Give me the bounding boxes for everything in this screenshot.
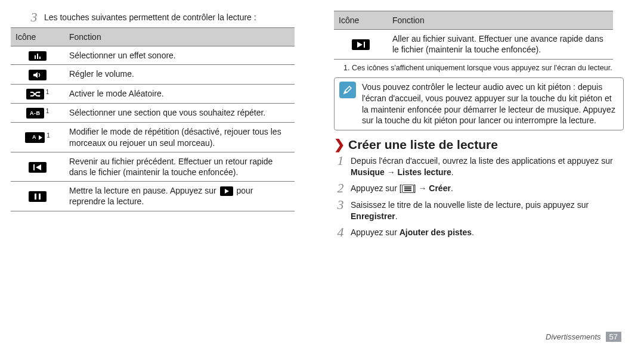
footnote-ref: 1 <box>46 89 49 95</box>
step2-bold: Créer <box>429 183 451 193</box>
controls-table-left-wrap: Icône Fonction Sélectionner un effet son… <box>27 27 317 211</box>
info-box: Vous pouvez contrôler le lecteur audio a… <box>334 77 624 131</box>
shuffle-icon <box>26 89 44 99</box>
svg-rect-13 <box>364 42 365 48</box>
step2-text-b: ] → <box>414 183 429 193</box>
table-header-function: Fonction <box>388 11 613 30</box>
step1-bold-1: Musique <box>351 167 385 177</box>
volume-icon <box>29 70 47 80</box>
step-number: 1 <box>334 154 347 167</box>
step3-bold: Enregistrer <box>351 211 395 221</box>
step4-bold: Ajouter des pistes <box>400 228 472 237</box>
step-text: Les touches suivantes permettent de cont… <box>44 11 317 23</box>
step-number: 3 <box>27 11 41 24</box>
table-row: Revenir au fichier précédent. Effectuer … <box>11 152 295 181</box>
footnote-ref: 1 <box>47 132 50 139</box>
svg-marker-8 <box>36 164 41 170</box>
footnote-ref: 1 <box>46 108 49 114</box>
footnote-text: 1. Ces icônes s'affichent uniquement lor… <box>343 63 624 73</box>
step-3: 3 Saisissez le titre de la nouvelle list… <box>334 198 624 222</box>
table-func: Sélectionner un effet sonore. <box>64 46 295 65</box>
controls-table-left: Icône Fonction Sélectionner un effet son… <box>11 27 295 211</box>
pause-text-a: Mettre la lecture en pause. Appuyez sur <box>69 186 219 195</box>
step1-bold-2: Listes lecture <box>398 167 451 177</box>
manual-page: 3 Les touches suivantes permettent de co… <box>0 0 644 349</box>
repeat-label: A <box>32 134 36 141</box>
svg-rect-2 <box>39 57 41 59</box>
table-func: Aller au fichier suivant. Effectuer une … <box>388 30 613 59</box>
step-3-intro: 3 Les touches suivantes permettent de co… <box>27 11 317 24</box>
table-row: 1 Activer le mode Aléatoire. <box>11 84 295 103</box>
table-row: A-B1 Sélectionner une section que vous s… <box>11 104 295 123</box>
footer-section: Divertissements <box>546 332 600 341</box>
step-text: Appuyez sur Ajouter des pistes. <box>351 226 624 238</box>
info-body: Vous pouvez contrôler le lecteur audio a… <box>358 80 620 128</box>
right-column: Icône Fonction Aller au fichier suivant.… <box>326 11 627 344</box>
step1-text-a: Depuis l'écran d'accueil, ouvrez la list… <box>351 156 613 166</box>
step2-tail: . <box>451 183 453 193</box>
step-1: 1 Depuis l'écran d'accueil, ouvrez la li… <box>334 154 624 178</box>
table-row: Aller au fichier suivant. Effectuer une … <box>334 30 613 59</box>
section-title: Créer une liste de lecture <box>348 138 498 152</box>
table-row: Sélectionner un effet sonore. <box>11 46 295 65</box>
step-number: 3 <box>334 198 347 211</box>
step-text: Appuyez sur [] → Créer. <box>351 182 624 194</box>
table-row: Régler le volume. <box>11 65 295 84</box>
table-header-icon: Icône <box>11 28 64 46</box>
svg-rect-1 <box>37 54 38 59</box>
step-text: Depuis l'écran d'accueil, ouvrez la list… <box>351 154 624 178</box>
repeat-ab-icon: A-B <box>26 108 44 119</box>
table-func: Activer le mode Aléatoire. <box>64 84 295 103</box>
pause-icon <box>29 191 47 202</box>
svg-rect-7 <box>33 164 35 170</box>
svg-rect-10 <box>39 194 41 200</box>
arrow-text: → <box>385 167 398 177</box>
page-footer: Divertissements 57 <box>546 332 621 342</box>
table-row: Mettre la lecture en pause. Appuyez sur … <box>11 182 295 211</box>
svg-marker-12 <box>357 42 363 48</box>
chevron-icon: ❯ <box>334 138 345 151</box>
footer-page-number: 57 <box>606 332 621 342</box>
step2-text-a: Appuyez sur [ <box>351 183 402 193</box>
step-text: Saisissez le titre de la nouvelle liste … <box>351 198 624 222</box>
left-column: 3 Les touches suivantes permettent de co… <box>17 11 326 344</box>
table-header-function: Fonction <box>64 28 295 46</box>
svg-rect-0 <box>35 55 36 59</box>
step3-text-a: Saisissez le titre de la nouvelle liste … <box>351 200 589 210</box>
table-func: Sélectionner une section que vous souhai… <box>64 104 295 123</box>
step-number: 4 <box>334 226 347 239</box>
table-func: Modifier le mode de répétition (désactiv… <box>64 123 295 152</box>
svg-marker-11 <box>225 189 229 194</box>
step-number: 2 <box>334 182 347 195</box>
repeat-mode-icon: A <box>25 132 45 143</box>
table-func: Revenir au fichier précédent. Effectuer … <box>64 152 295 181</box>
table-func: Mettre la lecture en pause. Appuyez sur … <box>64 182 295 211</box>
step4-text-a: Appuyez sur <box>351 228 400 237</box>
svg-rect-9 <box>35 194 36 200</box>
play-icon-inline <box>220 186 233 196</box>
previous-track-icon <box>29 162 47 173</box>
step4-tail: . <box>472 228 474 237</box>
table-row: A 1 Modifier le mode de répétition (désa… <box>11 123 295 152</box>
svg-marker-6 <box>39 135 42 140</box>
menu-key-icon <box>402 185 414 193</box>
step3-tail: . <box>395 211 398 221</box>
section-header: ❯ Créer une liste de lecture <box>334 138 624 152</box>
pencil-icon <box>339 82 356 98</box>
svg-marker-3 <box>33 72 38 78</box>
svg-marker-5 <box>39 95 41 97</box>
next-track-icon <box>352 39 370 50</box>
controls-table-right: Icône Fonction Aller au fichier suivant.… <box>334 11 613 60</box>
step1-tail: . <box>451 167 454 177</box>
note-icon <box>337 80 358 128</box>
table-func: Régler le volume. <box>64 65 295 84</box>
svg-marker-4 <box>39 91 41 94</box>
equalizer-icon <box>29 51 47 61</box>
step-4: 4 Appuyez sur Ajouter des pistes. <box>334 226 624 239</box>
step-2: 2 Appuyez sur [] → Créer. <box>334 182 624 195</box>
table-header-icon: Icône <box>334 11 388 30</box>
